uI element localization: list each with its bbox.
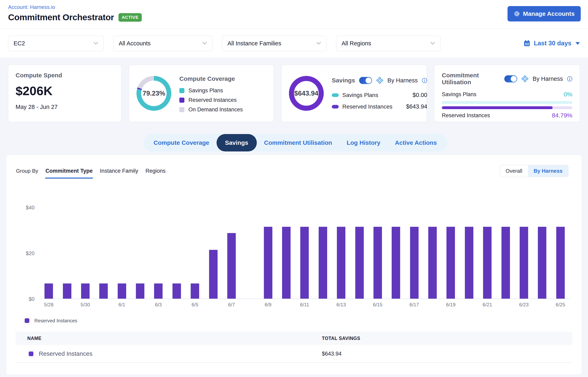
x-tick-label: 6/1 — [113, 302, 131, 307]
by-harness-label: By Harness — [388, 77, 418, 84]
bar-slot-6/8[interactable] — [241, 208, 259, 299]
bar-6/2[interactable] — [136, 283, 144, 299]
bar-6/12[interactable] — [319, 227, 327, 299]
bar-6/21[interactable] — [483, 227, 492, 299]
bar-6/1[interactable] — [118, 283, 126, 299]
row-name: Reserved Instances — [39, 350, 92, 357]
instance-families-select[interactable]: All Instance Families — [222, 36, 326, 51]
bar-6/15[interactable] — [374, 227, 382, 299]
bar-slot-6/24[interactable] — [533, 208, 551, 299]
bar-6/3[interactable] — [154, 283, 163, 299]
savings-donut-chart[interactable]: $643.94 — [289, 76, 324, 111]
bar-slot-6/4[interactable] — [168, 208, 186, 299]
bar-slot-6/12[interactable] — [314, 208, 332, 299]
bar-slot-6/5[interactable] — [186, 208, 204, 299]
bar-6/14[interactable] — [355, 227, 364, 299]
regions-select[interactable]: All Regions — [336, 36, 440, 51]
bar-6/19[interactable] — [446, 227, 455, 299]
bar-6/25[interactable] — [556, 227, 565, 299]
tab-log-history[interactable]: Log History — [339, 134, 388, 152]
accounts-select[interactable]: All Accounts — [113, 36, 212, 51]
bar-slot-6/18[interactable] — [423, 208, 442, 299]
bar-6/6[interactable] — [209, 250, 218, 299]
util-savings-plans-percent: 0% — [564, 91, 572, 98]
bar-5/30[interactable] — [81, 283, 89, 299]
bar-6/23[interactable] — [520, 227, 528, 299]
bar-slot-6/11[interactable] — [295, 208, 314, 299]
y-tick-label: $0 — [21, 296, 34, 302]
info-icon[interactable] — [567, 76, 572, 82]
bar-slot-6/1[interactable] — [113, 208, 131, 299]
utilisation-by-harness-toggle[interactable] — [504, 75, 517, 82]
bar-slot-6/10[interactable] — [277, 208, 295, 299]
tab-savings[interactable]: Savings — [217, 134, 257, 152]
bar-slot-6/23[interactable] — [515, 208, 533, 299]
group-by-option-instance-family[interactable]: Instance Family — [100, 168, 138, 174]
bar-slot-5/29[interactable] — [58, 208, 76, 299]
bar-slot-6/19[interactable] — [442, 208, 460, 299]
bar-6/9[interactable] — [264, 227, 272, 299]
bar-slot-6/22[interactable] — [496, 208, 515, 299]
x-tick-label — [277, 302, 295, 307]
bar-6/4[interactable] — [172, 283, 181, 299]
legend-label: Reserved Instances — [189, 97, 237, 103]
x-tick-label — [496, 302, 515, 307]
service-select[interactable]: EC2 — [8, 36, 103, 51]
info-icon[interactable] — [422, 78, 427, 83]
tab-active-actions[interactable]: Active Actions — [388, 134, 444, 152]
bar-6/13[interactable] — [337, 227, 345, 299]
bar-6/22[interactable] — [501, 227, 510, 299]
table-header: NAME TOTAL SAVINGS — [16, 332, 572, 345]
view-toggle-by-harness[interactable]: By Harness — [528, 165, 568, 177]
bar-slot-6/20[interactable] — [460, 208, 478, 299]
bar-5/31[interactable] — [99, 283, 108, 299]
util-reserved-instances-label: Reserved Instances — [442, 112, 490, 119]
bar-slot-6/14[interactable] — [350, 208, 368, 299]
view-toggle-overall[interactable]: Overall — [500, 165, 528, 177]
bar-6/16[interactable] — [392, 227, 400, 299]
x-tick-label: 6/21 — [478, 302, 496, 307]
chart-legend: Reserved Instances — [23, 317, 582, 324]
bar-slot-6/21[interactable] — [478, 208, 496, 299]
bar-slot-6/15[interactable] — [369, 208, 387, 299]
compute-spend-card: Compute Spend $206K May 28 - Jun 27 — [8, 65, 121, 122]
tab-compute-coverage[interactable]: Compute Coverage — [146, 134, 217, 152]
bar-5/28[interactable] — [44, 283, 53, 299]
bar-5/29[interactable] — [63, 283, 71, 299]
bar-slot-6/7[interactable] — [222, 208, 241, 299]
bar-6/18[interactable] — [428, 227, 437, 299]
bar-6/17[interactable] — [410, 227, 419, 299]
compute-coverage-donut-chart[interactable]: 79.23% — [136, 76, 171, 111]
legend-swatch — [179, 88, 184, 93]
bar-6/5[interactable] — [191, 283, 199, 299]
bar-slot-5/31[interactable] — [94, 208, 113, 299]
date-range-picker[interactable]: Last 30 days — [523, 40, 580, 47]
bar-6/24[interactable] — [538, 227, 546, 299]
compute-coverage-legend: Savings PlansReserved InstancesOn Demand… — [179, 87, 243, 113]
bar-6/10[interactable] — [282, 227, 290, 299]
bar-slot-5/28[interactable] — [40, 208, 58, 299]
bar-slot-5/30[interactable] — [76, 208, 94, 299]
bar-6/11[interactable] — [300, 227, 309, 299]
bar-6/7[interactable] — [227, 233, 236, 299]
compute-coverage-title: Compute Coverage — [179, 75, 243, 82]
group-by-option-regions[interactable]: Regions — [145, 168, 166, 174]
bar-slot-6/9[interactable] — [259, 208, 277, 299]
manage-accounts-button[interactable]: Manage Accounts — [508, 6, 581, 22]
chart-legend-swatch[interactable] — [23, 317, 31, 324]
account-breadcrumb-link[interactable]: Account: Harness.io — [8, 4, 55, 10]
bar-slot-6/2[interactable] — [131, 208, 149, 299]
bar-slot-6/17[interactable] — [405, 208, 423, 299]
bar-slot-6/25[interactable] — [551, 208, 570, 299]
bar-slot-6/16[interactable] — [387, 208, 405, 299]
bar-slot-6/6[interactable] — [204, 208, 222, 299]
savings-by-harness-toggle[interactable] — [359, 77, 372, 84]
tab-commitment-utilisation[interactable]: Commitment Utilisation — [257, 134, 340, 152]
x-tick-label: 6/23 — [515, 302, 533, 307]
group-by-option-commitment-type[interactable]: Commitment Type — [45, 168, 93, 174]
bar-slot-6/13[interactable] — [332, 208, 350, 299]
bar-6/20[interactable] — [465, 227, 473, 299]
bar-slot-6/3[interactable] — [149, 208, 167, 299]
row-swatch — [27, 350, 35, 358]
util-reserved-instances-percent: 84.79% — [552, 112, 572, 119]
